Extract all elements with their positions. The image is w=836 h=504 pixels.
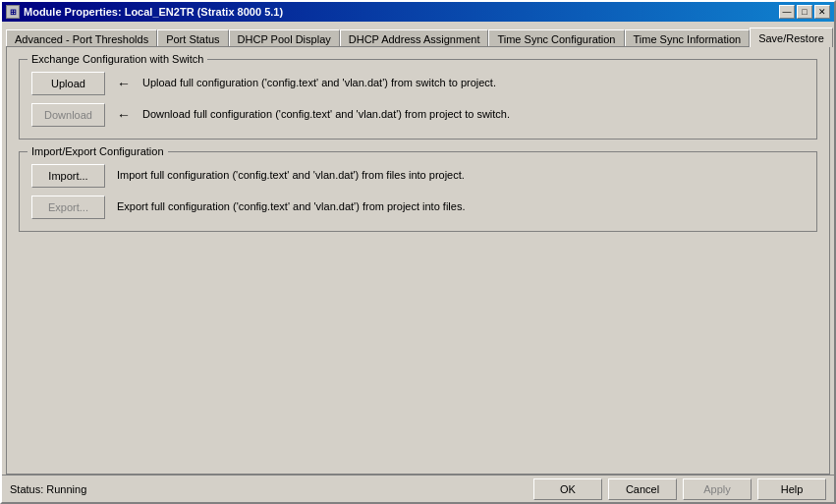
cancel-button[interactable]: Cancel: [608, 478, 677, 500]
download-description: Download full configuration ('config.tex…: [142, 107, 510, 122]
maximize-button[interactable]: □: [797, 5, 812, 19]
upload-button[interactable]: Upload: [31, 72, 105, 95]
tab-save-restore[interactable]: Save/Restore: [750, 28, 833, 47]
import-row: Import... Import full configuration ('co…: [31, 164, 805, 188]
import-description: Import full configuration ('config.text'…: [117, 168, 465, 183]
download-btn-col: Download: [31, 103, 105, 127]
apply-button[interactable]: Apply: [683, 478, 752, 500]
title-bar: ⊞ Module Properties: Local_EN2TR (Strati…: [2, 2, 834, 22]
upload-arrow-icon: ←: [117, 76, 131, 91]
window-icon: ⊞: [6, 5, 20, 19]
help-button[interactable]: Help: [757, 478, 826, 500]
export-button[interactable]: Export...: [31, 196, 105, 219]
minimize-button[interactable]: —: [779, 5, 795, 19]
title-bar-left: ⊞ Module Properties: Local_EN2TR (Strati…: [6, 5, 283, 19]
upload-row: Upload ← Upload full configuration ('con…: [31, 72, 805, 95]
main-window: ⊞ Module Properties: Local_EN2TR (Strati…: [0, 0, 836, 504]
status-label: Status:: [10, 483, 43, 495]
export-row: Export... Export full configuration ('co…: [31, 196, 805, 219]
import-export-group: Import/Export Configuration Import... Im…: [19, 151, 817, 232]
status-value: Running: [46, 483, 86, 495]
close-button[interactable]: ✕: [814, 5, 830, 19]
upload-btn-col: Upload: [31, 72, 105, 95]
status-bar: Status: Running OK Cancel Apply Help: [2, 475, 834, 502]
export-description: Export full configuration ('config.text'…: [117, 199, 465, 214]
export-btn-col: Export...: [31, 196, 105, 219]
download-button[interactable]: Download: [31, 103, 105, 127]
window-title: Module Properties: Local_EN2TR (Stratix …: [24, 6, 283, 18]
status-text-area: Status: Running: [10, 483, 86, 495]
download-row: Download ← Download full configuration (…: [31, 103, 805, 127]
download-arrow-icon: ←: [117, 107, 131, 123]
upload-description: Upload full configuration ('config.text'…: [142, 76, 496, 90]
tabs-row-wrapper: Advanced - Port Thresholds Port Status D…: [6, 26, 830, 46]
status-buttons: OK Cancel Apply Help: [533, 478, 826, 500]
tab-content: Exchange Configuration with Switch Uploa…: [6, 46, 830, 475]
import-btn-col: Import...: [31, 164, 105, 188]
exchange-config-title: Exchange Configuration with Switch: [28, 53, 207, 65]
tabs-row: Advanced - Port Thresholds Port Status D…: [6, 27, 833, 46]
import-button[interactable]: Import...: [31, 164, 105, 188]
import-export-title: Import/Export Configuration: [28, 145, 168, 157]
title-buttons: — □ ✕: [779, 5, 830, 19]
tabs-container: Advanced - Port Thresholds Port Status D…: [2, 22, 834, 475]
exchange-config-group: Exchange Configuration with Switch Uploa…: [19, 59, 817, 140]
ok-button[interactable]: OK: [533, 478, 602, 500]
